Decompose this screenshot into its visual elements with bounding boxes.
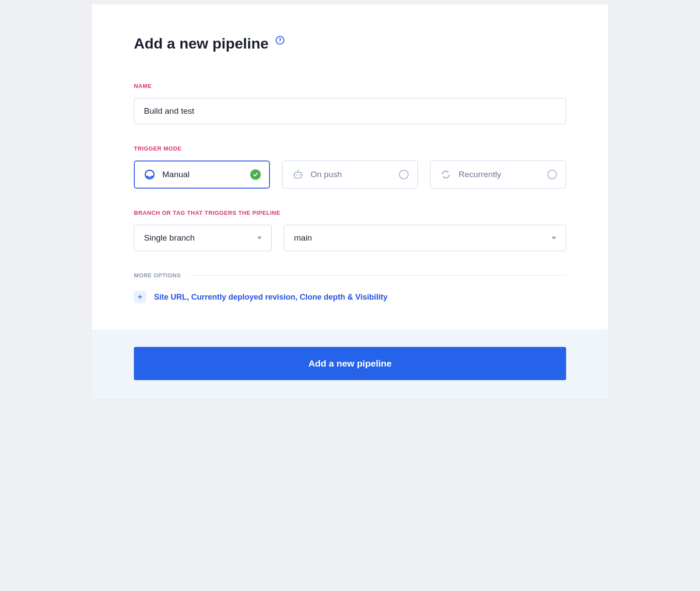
plus-icon: + bbox=[134, 291, 146, 303]
robot-icon bbox=[291, 168, 304, 181]
pipeline-form-card: Add a new pipeline ? NAME TRIGGER MODE M… bbox=[92, 4, 608, 399]
more-options-header: MORE OPTIONS bbox=[134, 272, 566, 279]
svg-point-2 bbox=[296, 175, 297, 176]
chevron-down-icon bbox=[552, 237, 556, 239]
check-icon bbox=[250, 169, 261, 180]
svg-rect-1 bbox=[294, 172, 301, 178]
sync-icon bbox=[439, 168, 452, 181]
trigger-label-manual: Manual bbox=[162, 170, 244, 179]
title-row: Add a new pipeline ? bbox=[134, 35, 566, 52]
submit-button[interactable]: Add a new pipeline bbox=[134, 347, 566, 380]
branch-section: BRANCH OR TAG THAT TRIGGERS THE PIPELINE… bbox=[134, 210, 566, 251]
branch-label: BRANCH OR TAG THAT TRIGGERS THE PIPELINE bbox=[134, 210, 566, 216]
divider bbox=[189, 275, 566, 276]
svg-point-3 bbox=[298, 175, 300, 176]
trigger-label-on-push: On push bbox=[311, 170, 393, 179]
form-footer: Add a new pipeline bbox=[92, 329, 608, 399]
expand-more-options[interactable]: + Site URL, Currently deployed revision,… bbox=[134, 291, 566, 303]
radio-unchecked-icon bbox=[547, 170, 557, 179]
trigger-mode-section: TRIGGER MODE Manual bbox=[134, 145, 566, 189]
branch-scope-value: Single branch bbox=[144, 233, 195, 243]
trigger-option-manual[interactable]: Manual bbox=[134, 161, 270, 189]
radio-unchecked-icon bbox=[399, 170, 409, 179]
trigger-mode-label: TRIGGER MODE bbox=[134, 145, 566, 152]
expand-text: Site URL, Currently deployed revision, C… bbox=[154, 293, 388, 302]
svg-point-5 bbox=[297, 170, 298, 171]
branch-name-value: main bbox=[294, 233, 312, 243]
form-content: Add a new pipeline ? NAME TRIGGER MODE M… bbox=[92, 4, 608, 329]
more-options-label: MORE OPTIONS bbox=[134, 272, 181, 279]
trigger-option-recurrently[interactable]: Recurrently bbox=[430, 161, 566, 189]
trigger-label-recurrently: Recurrently bbox=[458, 170, 541, 179]
name-section: NAME bbox=[134, 83, 566, 124]
chevron-down-icon bbox=[257, 237, 262, 239]
branch-row: Single branch main bbox=[134, 225, 566, 251]
help-icon[interactable]: ? bbox=[276, 36, 284, 45]
branch-name-select[interactable]: main bbox=[284, 225, 566, 251]
name-input[interactable] bbox=[134, 98, 566, 124]
trigger-mode-grid: Manual bbox=[134, 161, 566, 189]
manual-icon bbox=[143, 168, 156, 181]
trigger-option-on-push[interactable]: On push bbox=[282, 161, 418, 189]
name-label: NAME bbox=[134, 83, 566, 89]
page-title: Add a new pipeline bbox=[134, 35, 269, 52]
branch-scope-select[interactable]: Single branch bbox=[134, 225, 272, 251]
